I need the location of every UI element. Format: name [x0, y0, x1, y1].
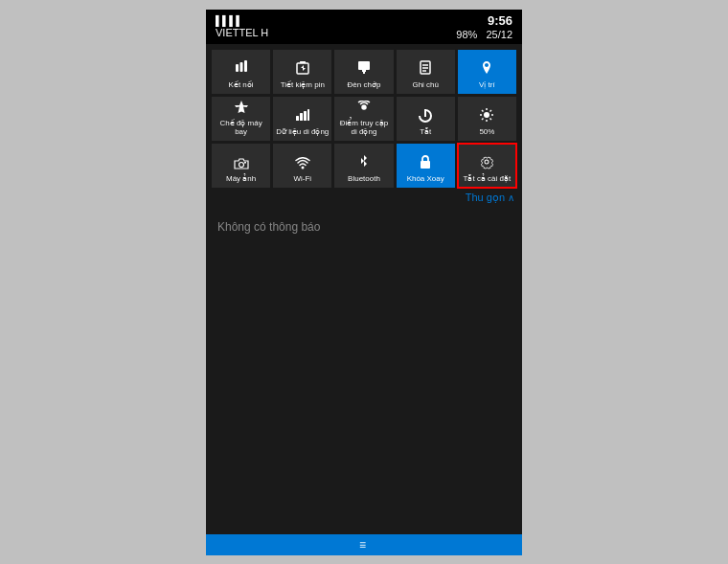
tat-icon	[419, 109, 432, 125]
svg-rect-0	[236, 64, 239, 72]
collapse-button[interactable]: Thu gọn ∧	[466, 192, 514, 204]
svg-rect-12	[296, 116, 299, 121]
tat-ca-cai-dat-label: Tắt cả cài đặt	[464, 174, 512, 184]
wifi-label: Wi-Fi	[293, 174, 311, 184]
ghi-chu-label: Ghi chú	[412, 80, 439, 90]
diem-truy-cap-label: Điểm truy cập di động	[336, 119, 391, 137]
ket-noi-icon	[234, 60, 249, 79]
diem-truy-cap-icon	[356, 101, 372, 117]
collapse-label: Thu gọn	[466, 192, 505, 204]
svg-point-28	[301, 167, 304, 169]
du-lieu-di-dong-icon	[295, 109, 310, 125]
tiet-kiem-pin-label: Tiết kiệm pin	[281, 80, 325, 90]
status-left: ▌▌▌▌ VIETTEL H	[216, 15, 268, 38]
tile-du-lieu-di-dong[interactable]: Dữ liệu di động	[273, 97, 331, 141]
bottom-bar[interactable]: ≡	[206, 534, 522, 555]
che-do-may-bay-icon	[234, 101, 249, 117]
status-bar: ▌▌▌▌ VIETTEL H 9:56 98% 25/12	[206, 10, 522, 44]
den-chop-label: Đèn chớp	[348, 80, 381, 90]
vi-tri-label: Vị trí	[479, 80, 495, 90]
bottom-bar-icon: ≡	[359, 538, 369, 552]
svg-rect-1	[239, 62, 242, 72]
khoa-xoay-icon	[419, 154, 432, 172]
signal-bars: ▌▌▌▌	[216, 15, 242, 26]
svg-line-24	[490, 110, 492, 112]
tile-ket-noi[interactable]: Kết nối	[212, 50, 270, 94]
tile-tiet-kiem-pin[interactable]: Tiết kiệm pin	[273, 50, 331, 94]
tile-che-do-may-bay[interactable]: Chế độ máy bay	[212, 97, 270, 141]
tiet-kiem-pin-icon	[296, 60, 309, 79]
svg-rect-29	[421, 161, 430, 169]
brightness-label: 50%	[479, 127, 494, 137]
svg-rect-2	[244, 60, 247, 72]
notification-area: Không có thông báo	[206, 208, 522, 534]
no-notification-text: Không có thông báo	[217, 220, 320, 234]
tile-vi-tri[interactable]: Vị trí	[458, 50, 516, 94]
tile-50pct[interactable]: 50%	[458, 97, 516, 141]
svg-rect-4	[300, 61, 306, 63]
svg-rect-7	[363, 72, 365, 74]
tile-diem-truy-cap[interactable]: Điểm truy cập di động	[334, 97, 393, 141]
tile-tat[interactable]: Tắt	[397, 97, 455, 141]
bluetooth-label: Bluetooth	[348, 174, 380, 184]
svg-rect-27	[244, 162, 246, 164]
carrier-name: VIETTEL H	[216, 27, 268, 38]
quick-tiles-grid: Kết nối Tiết kiệm pin	[206, 44, 522, 188]
tile-wifi[interactable]: Wi-Fi	[273, 144, 331, 188]
svg-rect-5	[358, 61, 370, 70]
collapse-row: Thu gọn ∧	[206, 188, 522, 208]
svg-line-25	[482, 119, 484, 121]
svg-rect-6	[362, 70, 366, 72]
ghi-chu-icon	[419, 60, 432, 79]
den-chop-icon	[357, 60, 371, 79]
battery-date: 98% 25/12	[456, 29, 512, 40]
notification-panel: Kết nối Tiết kiệm pin	[206, 44, 522, 534]
tile-ghi-chu[interactable]: Ghi chú	[397, 50, 455, 94]
tile-may-anh[interactable]: Máy ảnh	[212, 144, 270, 188]
brightness-icon	[479, 107, 494, 125]
svg-rect-15	[307, 109, 309, 121]
tat-label: Tắt	[420, 127, 431, 137]
ket-noi-label: Kết nối	[229, 80, 254, 90]
vi-tri-icon	[480, 60, 493, 79]
chevron-up-icon: ∧	[508, 192, 514, 203]
svg-rect-14	[304, 111, 307, 121]
may-anh-label: Máy ảnh	[226, 174, 256, 184]
signal-indicator: ▌▌▌▌	[216, 15, 268, 26]
status-time: 9:56	[488, 13, 512, 28]
tile-khoa-xoay[interactable]: Khóa Xoay	[397, 144, 455, 188]
bluetooth-icon	[359, 154, 369, 172]
du-lieu-di-dong-label: Dữ liệu di động	[276, 127, 329, 137]
svg-rect-13	[300, 113, 303, 121]
tat-ca-cai-dat-icon	[479, 154, 494, 172]
tile-tat-ca-cai-dat[interactable]: Tắt cả cài đặt	[458, 144, 516, 188]
date: 25/12	[486, 29, 512, 40]
che-do-may-bay-label: Chế độ máy bay	[214, 119, 268, 137]
phone-frame: ▌▌▌▌ VIETTEL H 9:56 98% 25/12	[206, 10, 522, 555]
svg-line-23	[490, 119, 492, 121]
battery-pct: 98%	[456, 29, 477, 40]
khoa-xoay-label: Khóa Xoay	[407, 174, 444, 184]
wifi-icon	[295, 157, 310, 172]
svg-point-17	[484, 112, 489, 118]
svg-point-26	[239, 163, 243, 168]
status-right: 9:56 98% 25/12	[456, 13, 512, 40]
svg-line-22	[482, 110, 484, 112]
tile-den-chop[interactable]: Đèn chớp	[334, 50, 393, 94]
may-anh-icon	[234, 157, 249, 172]
svg-point-16	[362, 105, 366, 109]
tile-bluetooth[interactable]: Bluetooth	[334, 144, 393, 188]
